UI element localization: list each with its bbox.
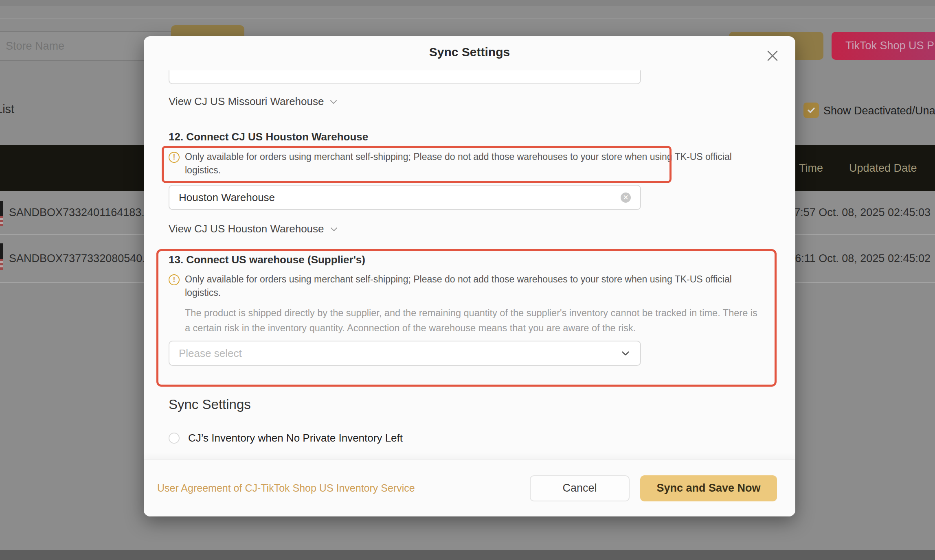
store-logo-image [0, 201, 3, 226]
risk-note-line: a certain risk in the inventory quantity… [185, 321, 771, 336]
dialog-scroll-area[interactable]: View CJ US Missouri Warehouse 12. Connec… [144, 70, 795, 459]
updated-date-cell: 7:06:11 Oct. 08, 2025 02:45:02 [780, 235, 931, 282]
houston-warehouse-value: Houston Warehouse [179, 191, 275, 204]
store-logo-image [0, 243, 3, 270]
supplier-risk-note: The product is shipped directly by the s… [185, 306, 771, 335]
show-deactivated-label: Show Deactivated/Una [823, 105, 935, 117]
checkmark-icon [806, 105, 816, 115]
warning-text-line: logistics. [185, 164, 760, 177]
section-12-heading: 12. Connect CJ US Houston Warehouse [169, 131, 770, 143]
show-deactivated-checkbox[interactable] [803, 103, 819, 118]
sync-and-save-button[interactable]: Sync and Save Now [640, 475, 777, 501]
inventory-radio-label: CJ’s Inventory when No Private Inventory… [188, 432, 403, 444]
background-bottom-bar [0, 550, 935, 560]
cancel-button[interactable]: Cancel [530, 475, 630, 501]
warning-text-line: Only available for orders using merchant… [185, 150, 760, 164]
section-13-warning-text: Only available for orders using merchant… [185, 273, 760, 300]
store-id-cell: SANDBOX7332401164183... [9, 191, 151, 234]
background-divider [0, 18, 935, 19]
store-id-cell: SANDBOX7377332080540... [9, 235, 151, 282]
inventory-radio-option[interactable]: CJ’s Inventory when No Private Inventory… [169, 432, 770, 444]
view-missouri-warehouse-label: View CJ US Missouri Warehouse [169, 95, 324, 108]
warning-text-line: logistics. [185, 286, 760, 300]
risk-note-line: The product is shipped directly by the s… [185, 306, 771, 321]
close-icon[interactable] [764, 47, 781, 65]
dialog-title: Sync Settings [144, 45, 795, 59]
radio-button-icon[interactable] [169, 433, 180, 444]
section-13-warning: ! Only available for orders using mercha… [169, 273, 770, 300]
section-12-warning-text: Only available for orders using merchant… [185, 150, 760, 177]
screen: Store Name TikTok Shop US P List Show De… [0, 0, 935, 560]
tiktok-shop-button-label: TikTok Shop US P [832, 39, 934, 52]
clear-input-icon[interactable]: ✕ [621, 192, 631, 203]
chevron-down-icon [329, 224, 339, 234]
sync-settings-dialog: Sync Settings View CJ US Missouri Wareho… [144, 36, 795, 516]
background-top-bar [0, 0, 935, 6]
dialog-footer: User Agreement of CJ-TikTok Shop US Inve… [144, 459, 795, 516]
updated-date-cell: 3:57:57 Oct. 08, 2025 02:45:03 [779, 191, 931, 234]
view-missouri-warehouse-link[interactable]: View CJ US Missouri Warehouse [169, 95, 338, 108]
houston-warehouse-input[interactable]: Houston Warehouse ✕ [169, 185, 641, 210]
store-name-placeholder: Store Name [0, 40, 64, 52]
chevron-down-icon [329, 97, 338, 107]
list-tab-label: List [0, 103, 14, 116]
supplier-warehouse-select[interactable]: Please select [169, 341, 641, 366]
section-12-warning: ! Only available for orders using mercha… [169, 150, 770, 177]
chevron-down-icon [620, 348, 631, 359]
sync-settings-section-heading: Sync Settings [169, 397, 770, 412]
select-placeholder: Please select [179, 347, 242, 360]
section-13-heading: 13. Connect US warehouse (Supplier's) [169, 254, 770, 266]
warning-text-line: Only available for orders using merchant… [185, 273, 760, 286]
warning-icon: ! [169, 152, 180, 163]
warning-icon: ! [169, 274, 180, 285]
view-houston-warehouse-link[interactable]: View CJ US Houston Warehouse [169, 223, 339, 235]
column-header-updated-date: Updated Date [849, 145, 917, 191]
tiktok-shop-button[interactable]: TikTok Shop US P [832, 32, 935, 60]
user-agreement-link[interactable]: User Agreement of CJ-TikTok Shop US Inve… [157, 482, 415, 494]
missouri-warehouse-input[interactable] [169, 70, 641, 84]
column-header-time: Time [799, 145, 823, 191]
view-houston-warehouse-label: View CJ US Houston Warehouse [169, 223, 324, 235]
